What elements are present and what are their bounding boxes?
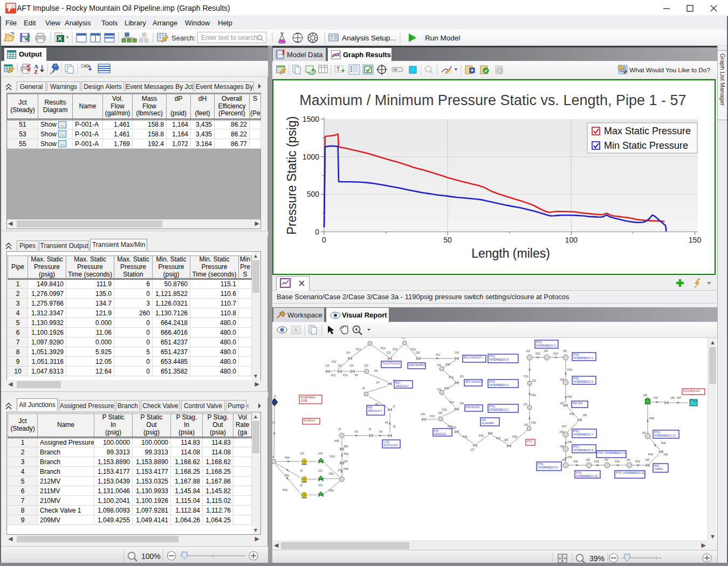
svg-text:J2: J2 — [272, 455, 274, 459]
svg-text:P54: P54 — [285, 456, 290, 459]
svg-text:P58: P58 — [344, 467, 348, 471]
svg-text:P40: P40 — [573, 460, 578, 463]
svg-text:J5: J5 — [368, 427, 372, 431]
svg-text:J22: J22 — [437, 388, 441, 391]
svg-text:P31: P31 — [524, 375, 528, 378]
svg-text:J45: J45 — [645, 458, 649, 461]
svg-text:J9: J9 — [393, 425, 396, 428]
svg-text:POTOCOS: POTOCOS — [383, 444, 397, 447]
svg-text:P4: P4 — [379, 430, 382, 433]
svg-text:J13: J13 — [325, 364, 329, 367]
svg-text:J40: J40 — [560, 445, 564, 448]
svg-text:J57: J57 — [344, 460, 348, 463]
svg-text:P14: P14 — [381, 347, 386, 350]
svg-text:GUANIPA: GUANIPA — [482, 422, 495, 425]
svg-text:P46: P46 — [649, 417, 654, 420]
svg-text:J21: J21 — [318, 469, 322, 472]
svg-text:0: 0 — [315, 227, 319, 236]
svg-text:Run Model: Run Model — [425, 34, 460, 42]
svg-text:J20: J20 — [437, 363, 441, 367]
svg-text:P22: P22 — [442, 408, 447, 411]
svg-text:P17: P17 — [436, 353, 441, 356]
svg-text:J14: J14 — [346, 351, 350, 354]
svg-text:P44: P44 — [648, 453, 653, 456]
svg-text:INTERMEDIO 13: INTERMEDIO 13 — [654, 434, 676, 437]
svg-text:J41: J41 — [561, 458, 566, 461]
svg-text:P43: P43 — [635, 460, 640, 463]
svg-text:1000: 1000 — [303, 153, 319, 161]
svg-text:Maximum / Minimum Pressure Sta: Maximum / Minimum Pressure Static vs. Le… — [299, 92, 686, 108]
svg-text:J2: J2 — [300, 484, 303, 487]
svg-text:P1: P1 — [272, 421, 275, 424]
svg-text:J21: J21 — [459, 375, 464, 378]
svg-text:Z: Z — [34, 68, 38, 75]
svg-text:P50: P50 — [329, 489, 334, 492]
svg-text:J39: J39 — [559, 430, 564, 433]
svg-text:P42: P42 — [615, 460, 620, 463]
svg-text:J32: J32 — [532, 379, 536, 382]
svg-text:INTERMEDIO 10: INTERMEDIO 10 — [576, 474, 597, 478]
svg-text:INTERMEDIO 9: INTERMEDIO 9 — [538, 466, 558, 469]
svg-text:P26: P26 — [479, 434, 484, 437]
svg-text:P28: P28 — [512, 435, 517, 438]
svg-text:P15: P15 — [393, 348, 397, 351]
svg-text:100: 100 — [565, 236, 578, 244]
svg-text:J42: J42 — [586, 458, 590, 461]
svg-text:P20: P20 — [444, 386, 449, 390]
svg-text:ARAGUA I: ARAGUA I — [395, 384, 409, 388]
svg-text:J1: J1 — [273, 395, 277, 398]
svg-text:INTERMEDIO 1: INTERMEDIO 1 — [489, 408, 509, 411]
svg-text:P37: P37 — [562, 425, 567, 428]
svg-text:J26: J26 — [421, 412, 425, 416]
svg-text:J7: J7 — [393, 405, 396, 408]
svg-text:SAN MATEO: SAN MATEO — [409, 363, 425, 367]
svg-text:J11: J11 — [349, 364, 354, 367]
svg-text:P51: P51 — [285, 474, 290, 477]
svg-text:P55: P55 — [334, 439, 339, 443]
svg-text:J36: J36 — [560, 378, 564, 381]
svg-text:PTO. INTERMEDIO 12: PTO. INTERMEDIO 12 — [616, 471, 644, 474]
svg-text:ARAGUA II: ARAGUA II — [368, 409, 382, 412]
svg-text:INTERMEDIO 8: INTERMEDIO 8 — [573, 448, 593, 452]
svg-text:J28: J28 — [504, 438, 508, 441]
svg-text:P18: P18 — [445, 363, 450, 366]
svg-text:T: T — [336, 66, 340, 72]
svg-text:P39: P39 — [567, 455, 572, 459]
svg-text:J23: J23 — [459, 402, 464, 405]
svg-text:P7: P7 — [376, 381, 380, 384]
svg-text:TUCUTUCUA: TUCUTUCUA — [382, 362, 400, 365]
svg-text:J30: J30 — [524, 423, 528, 426]
svg-text:!: ! — [499, 68, 500, 74]
svg-text:1500: 1500 — [303, 115, 319, 123]
svg-text:P35: P35 — [567, 395, 572, 398]
svg-text:P5: P5 — [385, 421, 388, 424]
svg-text:P52: P52 — [329, 472, 334, 475]
svg-text:J47: J47 — [642, 431, 646, 434]
svg-text:J25: J25 — [438, 411, 442, 415]
svg-text:J33: J33 — [526, 349, 530, 353]
svg-text:P11: P11 — [331, 374, 336, 377]
svg-text:J35: J35 — [562, 349, 567, 353]
svg-text:J15: J15 — [386, 351, 390, 354]
svg-text:P10: P10 — [343, 374, 348, 377]
svg-text:J10: J10 — [364, 364, 368, 367]
svg-text:J49: J49 — [670, 396, 675, 399]
svg-text:INTERMEDIO 4: INTERMEDIO 4 — [536, 344, 556, 347]
svg-text:P38: P38 — [567, 440, 572, 444]
svg-text:J46: J46 — [663, 453, 668, 456]
svg-text:KM 154: KM 154 — [573, 402, 582, 405]
svg-text:100%: 100% — [141, 552, 161, 561]
svg-text:Analysis Setup...: Analysis Setup... — [342, 34, 396, 42]
svg-text:PILMICH: PILMICH — [304, 419, 315, 422]
svg-text:J24: J24 — [452, 426, 456, 429]
svg-text:J6: J6 — [362, 386, 365, 390]
svg-text:DOS BOCAS: DOS BOCAS — [683, 389, 700, 392]
svg-text:INTERMEDIO 6: INTERMEDIO 6 — [573, 380, 593, 383]
svg-text:INTERMEDIO 7: INTERMEDIO 7 — [573, 433, 593, 436]
svg-text:J44: J44 — [626, 458, 630, 461]
svg-text:J4: J4 — [338, 427, 341, 431]
svg-text:Length (miles): Length (miles) — [471, 246, 550, 260]
svg-text:P33: P33 — [553, 352, 558, 355]
svg-text:P27: P27 — [496, 437, 501, 440]
svg-text:Pressure Static (psig): Pressure Static (psig) — [285, 116, 299, 235]
